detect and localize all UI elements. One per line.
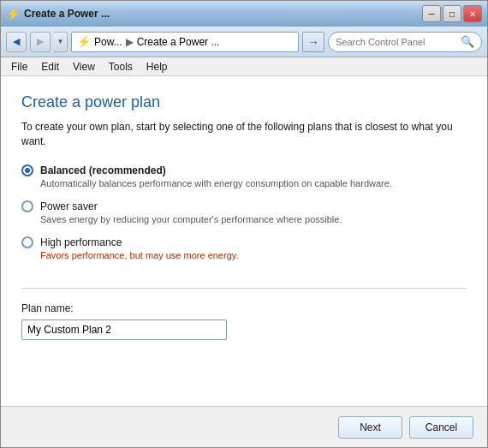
search-box: 🔍 [328, 32, 482, 52]
path-icon: ⚡ [77, 35, 91, 48]
plan-name-high-performance: High performance [40, 236, 122, 248]
path-part2: Create a Power ... [137, 36, 220, 48]
menu-help[interactable]: Help [140, 59, 175, 75]
page-title: Create a power plan [21, 93, 467, 111]
menu-edit[interactable]: Edit [34, 59, 66, 75]
plan-name-balanced: Balanced (recommended) [40, 164, 166, 176]
minimize-button[interactable]: ─ [422, 5, 441, 22]
radio-balanced[interactable] [21, 164, 33, 176]
radio-high-performance[interactable] [21, 236, 33, 248]
cancel-button[interactable]: Cancel [409, 416, 473, 439]
window-title: Create a Power ... [24, 8, 110, 20]
forward-button[interactable]: ▶ [30, 32, 51, 52]
nav-dropdown[interactable]: ▼ [54, 32, 68, 52]
path-separator: ▶ [126, 36, 134, 48]
radio-power-saver[interactable] [21, 200, 33, 212]
search-icon: 🔍 [461, 35, 474, 48]
plan-option-power-saver: Power saver Saves energy by reducing you… [21, 200, 467, 224]
search-input[interactable] [336, 37, 457, 47]
title-bar: ⚡ Create a Power ... ─ □ ✕ [1, 1, 487, 27]
plan-name-power-saver: Power saver [40, 200, 98, 212]
plan-options: Balanced (recommended) Automatically bal… [21, 164, 467, 260]
plan-name-label: Plan name: [21, 302, 467, 314]
menu-bar: File Edit View Tools Help [1, 57, 487, 76]
maximize-button[interactable]: □ [443, 5, 461, 22]
window: ⚡ Create a Power ... ─ □ ✕ ◀ ▶ ▼ ⚡ Pow..… [0, 0, 488, 448]
menu-file[interactable]: File [4, 59, 34, 75]
plan-desc-power-saver: Saves energy by reducing your computer's… [40, 214, 467, 224]
address-path[interactable]: ⚡ Pow... ▶ Create a Power ... [71, 32, 299, 52]
title-bar-buttons: ─ □ ✕ [422, 5, 482, 22]
page-description: To create your own plan, start by select… [21, 120, 467, 149]
title-bar-left: ⚡ Create a Power ... [6, 7, 110, 21]
plan-desc-balanced: Automatically balances performance with … [40, 178, 467, 188]
next-button[interactable]: Next [338, 416, 402, 439]
radio-dot-balanced [25, 168, 30, 173]
divider [21, 288, 467, 289]
address-bar: ◀ ▶ ▼ ⚡ Pow... ▶ Create a Power ... → 🔍 [1, 27, 487, 57]
content-area: Create a power plan To create your own p… [1, 76, 487, 406]
plan-option-high-performance: High performance Favors performance, but… [21, 236, 467, 260]
bottom-area: Next Cancel [1, 406, 487, 447]
plan-name-section: Plan name: [21, 302, 467, 340]
plan-name-input[interactable] [21, 320, 227, 340]
plan-option-power-saver-header: Power saver [21, 200, 467, 212]
close-button[interactable]: ✕ [463, 5, 482, 22]
go-button[interactable]: → [302, 32, 324, 52]
path-part1: Pow... [94, 36, 122, 48]
plan-option-high-performance-header: High performance [21, 236, 467, 248]
plan-option-balanced-header: Balanced (recommended) [21, 164, 467, 176]
menu-view[interactable]: View [66, 59, 102, 75]
back-button[interactable]: ◀ [6, 32, 27, 52]
menu-tools[interactable]: Tools [102, 59, 140, 75]
window-icon: ⚡ [6, 7, 21, 21]
plan-option-balanced: Balanced (recommended) Automatically bal… [21, 164, 467, 188]
plan-desc-high-performance: Favors performance, but may use more ene… [40, 250, 467, 260]
